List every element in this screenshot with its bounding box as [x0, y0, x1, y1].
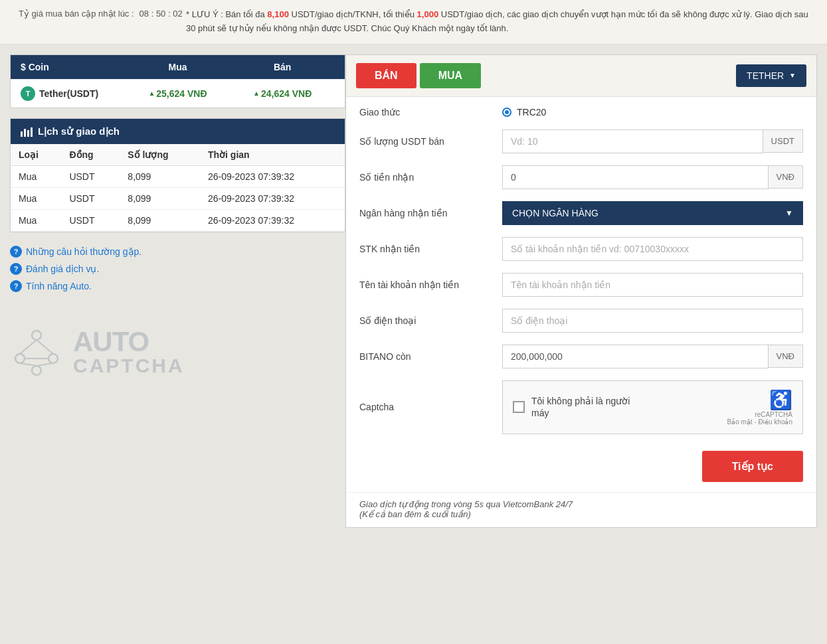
faq-link-3[interactable]: ? Tính năng Auto.	[10, 280, 345, 292]
faq-icon-1: ?	[10, 246, 22, 258]
so-tien-suffix: VNĐ	[769, 165, 803, 189]
col-so-luong: Số lượng	[120, 144, 200, 166]
left-panel: $ Coin Mua Bán T Tether(USDT) 25,624 VNĐ…	[10, 54, 345, 378]
faq-link-1[interactable]: ? Những câu hỏi thường gặp.	[10, 246, 345, 258]
so-dt-input[interactable]	[502, 309, 803, 333]
svg-line-7	[20, 340, 37, 354]
tabs-row: BÁN MUA TETHER ▼	[346, 55, 816, 97]
form-row-captcha: Captcha Tôi không phải là người máy ♿	[359, 380, 803, 434]
bank-select-label: CHỌN NGÂN HÀNG	[512, 208, 598, 218]
captcha-control: Tôi không phải là người máy ♿ reCAPTCHA …	[502, 380, 803, 434]
faq-icon-3: ?	[10, 280, 22, 292]
history-cell: Mua	[11, 209, 61, 231]
history-cell: USDT	[61, 187, 120, 209]
history-row: MuaUSDT8,09926-09-2023 07:39:32	[11, 187, 345, 209]
form-row-giao-thuc: Giao thức TRC20	[359, 107, 803, 118]
captcha-left: Tôi không phải là người máy	[513, 395, 630, 419]
col-thoi-gian: Thời gian	[200, 144, 345, 166]
captcha-checkbox[interactable]	[513, 401, 525, 413]
bitano-label: BITANO còn	[359, 351, 492, 362]
form-row-stk: STK nhận tiền	[359, 237, 803, 261]
giao-thuc-label: Giao thức	[359, 107, 492, 118]
logo-text: AUTO CAPTCHA	[73, 328, 185, 376]
history-cell: 26-09-2023 07:39:32	[200, 187, 345, 209]
history-cell: 26-09-2023 07:39:32	[200, 165, 345, 187]
trc20-radio[interactable]	[502, 108, 511, 117]
so-luong-input[interactable]	[502, 129, 763, 153]
history-cell: 8,099	[120, 209, 200, 231]
history-cell: Mua	[11, 165, 61, 187]
chevron-down-icon: ▼	[789, 72, 796, 79]
time-display: Tỷ giá mua bán cập nhật lúc : 08 : 50 : …	[13, 8, 159, 19]
tether-selector-label: TETHER	[747, 70, 784, 81]
captcha-privacy-link[interactable]: Bảo mật	[727, 418, 753, 426]
min-amount: 1,000	[417, 9, 439, 19]
bank-select[interactable]: CHỌN NGÂN HÀNG ▼	[502, 201, 803, 225]
captcha-text-line2: máy	[531, 408, 549, 418]
stk-input[interactable]	[502, 237, 803, 261]
time-value: 08 : 50 : 02	[139, 9, 183, 19]
ngan-hang-control: CHỌN NGÂN HÀNG ▼	[502, 201, 803, 225]
history-table-wrapper: Lịch sử giao dịch Loại Đồng Số lượng Thờ…	[10, 118, 345, 232]
history-cell: USDT	[61, 165, 120, 187]
captcha-label: Captcha	[359, 402, 492, 412]
history-cell: USDT	[61, 209, 120, 231]
logo-area: AUTO CAPTCHA	[10, 325, 345, 378]
ten-tk-control	[502, 273, 803, 297]
so-tien-input[interactable]	[502, 165, 769, 189]
tab-mua[interactable]: MUA	[420, 63, 481, 88]
svg-point-3	[32, 331, 41, 340]
faq-icon-2: ?	[10, 263, 22, 275]
form-row-bitano: BITANO còn VNĐ	[359, 345, 803, 368]
svg-point-5	[48, 354, 58, 363]
col-dong: Đồng	[61, 144, 120, 166]
stk-control	[502, 237, 803, 261]
submit-row: Tiếp tục	[346, 444, 816, 492]
form-row-so-dt: Số điện thoại	[359, 309, 803, 333]
history-title: Lịch sử giao dịch	[38, 125, 120, 137]
recaptcha-brand: reCAPTCHA	[727, 411, 792, 418]
svg-point-4	[15, 354, 25, 363]
col-loai: Loại	[11, 144, 61, 166]
coin-table: $ Coin Mua Bán T Tether(USDT) 25,624 VNĐ…	[10, 54, 345, 108]
captcha-box[interactable]: Tôi không phải là người máy ♿ reCAPTCHA …	[502, 380, 803, 434]
top-bar: Tỷ giá mua bán cập nhật lúc : 08 : 50 : …	[0, 0, 827, 44]
so-tien-label: Số tiền nhận	[359, 172, 492, 183]
captcha-terms-link[interactable]: Điều khoản	[759, 418, 792, 426]
faq-label-3: Tính năng Auto.	[26, 281, 92, 291]
submit-button[interactable]: Tiếp tục	[702, 451, 803, 482]
col-coin-header: $ Coin	[21, 62, 126, 72]
so-luong-suffix: USDT	[763, 129, 803, 153]
history-row: MuaUSDT8,09926-09-2023 07:39:32	[11, 165, 345, 187]
history-cell: 8,099	[120, 165, 200, 187]
so-tien-control: VNĐ	[502, 165, 803, 189]
tab-ban[interactable]: BÁN	[356, 63, 416, 88]
history-cell: 26-09-2023 07:39:32	[200, 209, 345, 231]
notice2: USDT/giao dịch/TKNH, tối thiểu	[292, 9, 414, 19]
faq-label-2: Đánh giá dịch vụ.	[26, 264, 99, 274]
tether-selector[interactable]: TETHER ▼	[736, 64, 806, 87]
form-row-ten-tk: Tên tài khoản nhận tiền	[359, 273, 803, 297]
protocol-wrap: TRC20	[502, 107, 546, 118]
ten-tk-input[interactable]	[502, 273, 803, 297]
captcha-text: Tôi không phải là người máy	[531, 395, 630, 419]
history-row: MuaUSDT8,09926-09-2023 07:39:32	[11, 209, 345, 231]
so-dt-label: Số điện thoại	[359, 315, 492, 326]
col-mua-header: Mua	[126, 62, 230, 72]
form-row-so-luong: Số lượng USDT bán USDT	[359, 129, 803, 153]
history-table: Loại Đồng Số lượng Thời gian MuaUSDT8,09…	[11, 144, 345, 232]
captcha-links: Bảo mật - Điều khoản	[727, 418, 792, 426]
coin-table-header: $ Coin Mua Bán	[11, 55, 345, 79]
notice-text: * LƯU Ý : Bán tối đa 8,100 USDT/giao dịc…	[186, 8, 814, 36]
stk-label: STK nhận tiền	[359, 244, 492, 254]
logo-auto: AUTO	[73, 328, 185, 356]
mua-price: 25,624 VNĐ	[126, 88, 230, 99]
coin-table-row: T Tether(USDT) 25,624 VNĐ 24,624 VNĐ	[11, 79, 345, 108]
col-ban-header: Bán	[230, 62, 335, 72]
coin-label: Tether(USDT)	[39, 88, 98, 99]
so-luong-control: USDT	[502, 129, 803, 153]
history-header: Lịch sử giao dịch	[11, 119, 345, 144]
bitano-input[interactable]	[502, 345, 769, 368]
faq-link-2[interactable]: ? Đánh giá dịch vụ.	[10, 263, 345, 275]
logo-captcha: CAPTCHA	[73, 356, 185, 376]
